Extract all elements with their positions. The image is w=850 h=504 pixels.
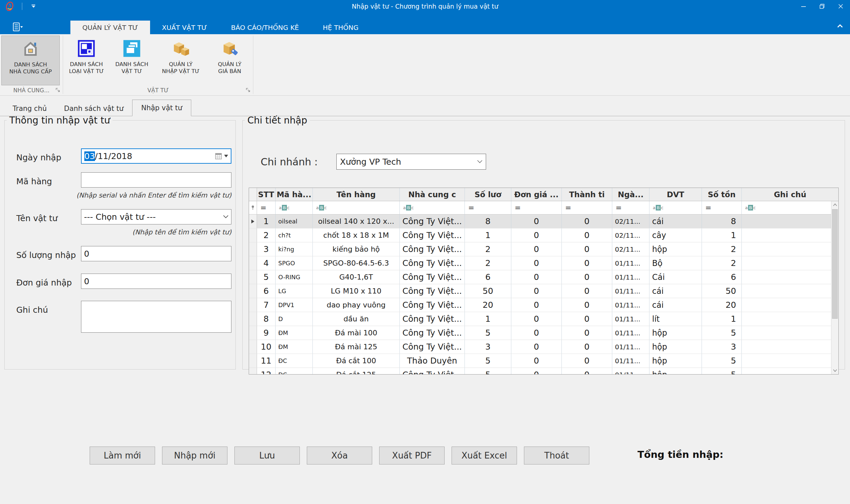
cell[interactable]: Công Ty Việt...	[400, 312, 465, 326]
cell[interactable]: 2	[465, 242, 511, 256]
cell[interactable]: 0	[562, 340, 612, 354]
filter-cell[interactable]: aBc	[400, 201, 465, 214]
tab-nhap-vat-tu[interactable]: Nhập vật tư	[132, 100, 191, 116]
cell[interactable]: 0	[511, 215, 562, 228]
cell[interactable]: 01/11...	[612, 284, 649, 298]
cell[interactable]: 01/11...	[612, 368, 649, 374]
table-row[interactable]: 11ĐCĐá cắt 100Thảo Duyên50001/11...hộp5	[249, 354, 831, 368]
xuat-pdf-button[interactable]: Xuất PDF	[379, 447, 445, 465]
cell[interactable]	[742, 368, 831, 374]
cell[interactable]: 02/11...	[612, 242, 649, 256]
cell[interactable]: 1	[465, 229, 511, 242]
cell[interactable]: 6	[465, 270, 511, 284]
chi-nhanh-combobox[interactable]: Xưởng VP Tech	[336, 154, 486, 170]
filter-cell[interactable]: aBc	[742, 201, 831, 214]
restore-icon[interactable]	[813, 0, 831, 12]
cell[interactable]: 0	[562, 284, 612, 298]
cell[interactable]: 1	[702, 312, 742, 326]
cell[interactable]: cái	[649, 215, 702, 228]
cell[interactable]: hộp	[649, 242, 702, 256]
cell[interactable]: Bộ	[649, 256, 702, 270]
cell[interactable]: LG M10 x 110	[313, 284, 400, 298]
cell[interactable]: dầu ăn	[313, 312, 400, 326]
cell[interactable]: Công Ty Việt...	[400, 368, 465, 374]
scroll-down-icon[interactable]	[831, 367, 839, 374]
cell[interactable]: Công Ty Việt...	[400, 229, 465, 242]
ngay-nhap-date-input[interactable]: 03/11/2018	[81, 148, 231, 164]
cell[interactable]: 0	[562, 312, 612, 326]
table-row[interactable]: 12ĐCĐá cắt 125Công Ty Việt...50001/11...…	[249, 368, 831, 374]
cell[interactable]: 5	[257, 270, 276, 284]
cell[interactable]	[742, 229, 831, 242]
cell[interactable]: 01/11...	[612, 270, 649, 284]
cell[interactable]: kiếng bảo hộ	[313, 242, 400, 256]
tab-trang-chu[interactable]: Trang chủ	[4, 101, 55, 116]
cell[interactable]	[742, 312, 831, 326]
cell[interactable]: 8	[257, 312, 276, 326]
cell[interactable]: ĐC	[276, 354, 313, 367]
cell[interactable]: SPGO-80-64.5-6.3	[313, 256, 400, 270]
cell[interactable]: 0	[562, 215, 612, 228]
cell[interactable]: Công Ty Việt...	[400, 242, 465, 256]
close-icon[interactable]	[831, 0, 850, 12]
cell[interactable]: 1	[702, 229, 742, 242]
ribbon-tab-he-thong[interactable]: HỆ THỐNG	[311, 21, 370, 34]
filter-cell[interactable]: aBc	[276, 201, 313, 214]
cell[interactable]: 0	[562, 270, 612, 284]
cell[interactable]: 1	[465, 312, 511, 326]
cell[interactable]: oilseal 140 x 120 x...	[313, 215, 400, 228]
column-header[interactable]: Tên hàng	[313, 188, 400, 201]
column-header[interactable]: DVT	[649, 188, 702, 201]
cell[interactable]: 0	[511, 284, 562, 298]
cell[interactable]: 0	[511, 298, 562, 312]
nhap-moi-button[interactable]: Nhập mới	[162, 447, 228, 465]
cell[interactable]: cái	[649, 284, 702, 298]
cell[interactable]: 3	[465, 340, 511, 354]
column-header[interactable]: Ghi chú	[742, 188, 838, 201]
cell[interactable]: chốt 18 x 18 x 1M	[313, 229, 400, 242]
cell[interactable]: 02/11...	[612, 229, 649, 242]
filter-cell[interactable]: =	[257, 201, 276, 214]
cell[interactable]	[742, 256, 831, 270]
cell[interactable]: 0	[511, 340, 562, 354]
cell[interactable]: 0	[562, 326, 612, 340]
xoa-button[interactable]: Xóa	[307, 447, 372, 465]
filter-cell[interactable]: =	[702, 201, 742, 214]
danh-sach-nha-cung-cap-button[interactable]: DANH SÁCHNHÀ CUNG CẤP	[1, 36, 60, 85]
dialog-launcher-icon[interactable]	[246, 87, 251, 94]
cell[interactable]: 20	[702, 298, 742, 312]
cell[interactable]: 0	[562, 229, 612, 242]
luu-button[interactable]: Lưu	[234, 447, 300, 465]
cell[interactable]: dao phay vuông	[313, 298, 400, 312]
cell[interactable]	[742, 215, 831, 228]
qat-customize-arrow-icon[interactable]	[32, 5, 35, 7]
cell[interactable]: 10	[257, 340, 276, 354]
cell[interactable]: 0	[562, 298, 612, 312]
cell[interactable]: 6	[702, 270, 742, 284]
cell[interactable]: Đá cắt 125	[313, 368, 400, 374]
so-luong-nhap-input[interactable]: 0	[81, 246, 231, 261]
cell[interactable]: ĐM	[276, 326, 313, 340]
cell[interactable]: 3	[702, 340, 742, 354]
cell[interactable]: 8	[465, 215, 511, 228]
cell[interactable]: 20	[465, 298, 511, 312]
cell[interactable]: Công Ty Việt...	[400, 326, 465, 340]
cell[interactable]: 5	[465, 354, 511, 367]
xuat-excel-button[interactable]: Xuất Excel	[452, 447, 517, 465]
cell[interactable]: 01/11...	[612, 312, 649, 326]
cell[interactable]: SPGO	[276, 256, 313, 270]
minimize-icon[interactable]	[794, 0, 813, 12]
filter-cell[interactable]: aBc	[313, 201, 400, 214]
ten-vat-tu-combobox[interactable]: --- Chọn vật tư ---	[81, 209, 231, 224]
filter-cell[interactable]: =	[511, 201, 562, 214]
tab-danh-sach-vat-tu[interactable]: Danh sách vật tư	[55, 101, 132, 116]
cell[interactable]: Cái	[649, 270, 702, 284]
cell[interactable]: Công Ty Việt...	[400, 215, 465, 228]
application-menu-button[interactable]	[9, 20, 27, 34]
filter-cell[interactable]: =	[465, 201, 511, 214]
ma-hang-input[interactable]	[81, 172, 231, 187]
cell[interactable]: oilseal	[276, 215, 313, 228]
cell[interactable]: 01/11...	[612, 326, 649, 340]
cell[interactable]: LG	[276, 284, 313, 298]
cell[interactable]: Công Ty Việt...	[400, 284, 465, 298]
